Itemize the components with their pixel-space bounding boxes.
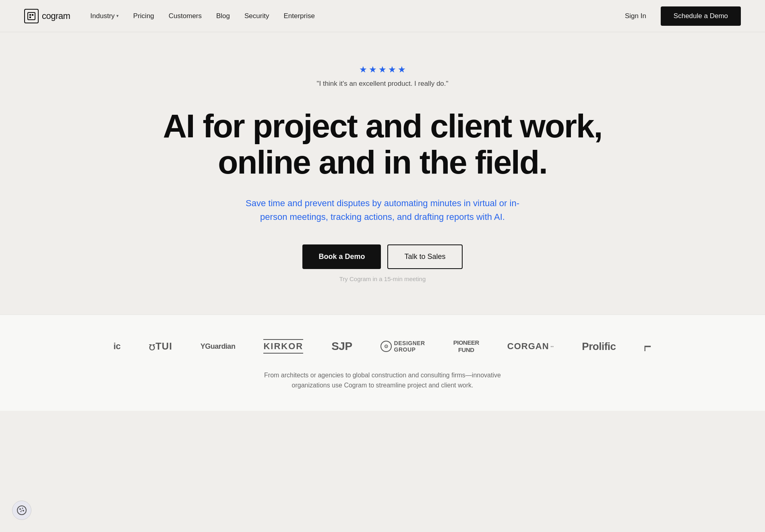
- nav-item-blog[interactable]: Blog: [216, 12, 230, 20]
- svg-point-9: [21, 510, 22, 511]
- logos-section: ic ʊ TUI YGuardian KIRKOR SJP ⊙ DESIGNER…: [0, 315, 765, 411]
- logo-ic: ic: [114, 341, 120, 352]
- logo-kirkor: KIRKOR: [263, 339, 303, 354]
- pioneer-fund-logo: PIONEERFUND: [453, 339, 479, 354]
- star-3: ★: [378, 64, 387, 75]
- hero-headline: AI for project and client work, online a…: [161, 108, 604, 180]
- svg-point-8: [21, 511, 22, 512]
- logo-yguardian: YGuardian: [201, 342, 236, 351]
- logo-text: cogram: [42, 11, 70, 21]
- logo-sjp: SJP: [331, 340, 352, 353]
- nav-item-pricing[interactable]: Pricing: [133, 12, 154, 20]
- corgan-logo: CORGAN: [507, 341, 549, 352]
- logo-unknown: ⌐: [644, 339, 651, 354]
- svg-point-5: [19, 508, 21, 510]
- hero-subtext: Try Cogram in a 15-min meeting: [339, 275, 426, 282]
- review-text: "I think it's an excellent product. I re…: [316, 80, 448, 88]
- svg-rect-2: [32, 14, 33, 16]
- sjp-logo: SJP: [331, 340, 352, 353]
- hero-subheadline: Save time and prevent disputes by automa…: [246, 197, 519, 224]
- star-1: ★: [359, 64, 367, 75]
- star-2: ★: [369, 64, 377, 75]
- svg-rect-1: [29, 14, 31, 16]
- svg-rect-3: [29, 17, 31, 18]
- corgan-icon: ▪▪: [551, 344, 554, 349]
- yguardian-logo: YGuardian: [201, 342, 236, 351]
- hero-buttons: Book a Demo Talk to Sales: [302, 244, 462, 269]
- schedule-demo-button[interactable]: Schedule a Demo: [661, 6, 741, 26]
- nav-item-enterprise[interactable]: Enterprise: [283, 12, 314, 20]
- unknown-logo-icon: ⌐: [644, 339, 651, 354]
- kirkor-logo: KIRKOR: [263, 339, 303, 354]
- star-5: ★: [398, 64, 406, 75]
- hero-section: ★ ★ ★ ★ ★ "I think it's an excellent pro…: [0, 32, 765, 315]
- tui-icon: ʊ: [149, 340, 155, 353]
- talk-to-sales-button[interactable]: Talk to Sales: [387, 244, 462, 269]
- logo[interactable]: cogram: [24, 9, 70, 23]
- tui-text: TUI: [155, 341, 172, 352]
- nav-item-customers[interactable]: Customers: [169, 12, 202, 20]
- star-rating: ★ ★ ★ ★ ★: [359, 64, 406, 75]
- logo-designer-group: ⊙ DESIGNERGROUP: [380, 340, 425, 353]
- cookie-icon: [17, 505, 27, 515]
- logo-corgan: CORGAN ▪▪: [507, 341, 554, 352]
- ic-logo: ic: [114, 341, 120, 352]
- navbar: cogram Industry ▾ Pricing Customers Blog…: [0, 0, 765, 32]
- sign-in-button[interactable]: Sign In: [618, 9, 653, 23]
- logos-description: From architects or agencies to global co…: [246, 370, 519, 391]
- designer-group-circle-icon: ⊙: [380, 341, 392, 352]
- nav-links: Industry ▾ Pricing Customers Blog Securi…: [90, 12, 315, 20]
- logo-tui: ʊ TUI: [149, 340, 172, 353]
- designer-group-text: DESIGNERGROUP: [394, 340, 425, 353]
- cookie-preferences-button[interactable]: [12, 501, 31, 520]
- svg-rect-0: [28, 12, 35, 20]
- svg-point-6: [22, 508, 23, 509]
- navbar-right: Sign In Schedule a Demo: [618, 6, 741, 26]
- logo-prolific: Prolific: [582, 340, 616, 353]
- svg-point-7: [23, 510, 24, 511]
- logo-icon: [24, 9, 39, 23]
- nav-item-security[interactable]: Security: [244, 12, 269, 20]
- logos-row: ic ʊ TUI YGuardian KIRKOR SJP ⊙ DESIGNER…: [32, 339, 733, 354]
- chevron-down-icon: ▾: [116, 13, 119, 19]
- nav-item-industry[interactable]: Industry ▾: [90, 12, 118, 20]
- prolific-logo: Prolific: [582, 340, 616, 353]
- book-demo-button[interactable]: Book a Demo: [302, 244, 381, 269]
- logo-pioneer-fund: PIONEERFUND: [453, 339, 479, 354]
- navbar-left: cogram Industry ▾ Pricing Customers Blog…: [24, 9, 315, 23]
- star-4: ★: [388, 64, 396, 75]
